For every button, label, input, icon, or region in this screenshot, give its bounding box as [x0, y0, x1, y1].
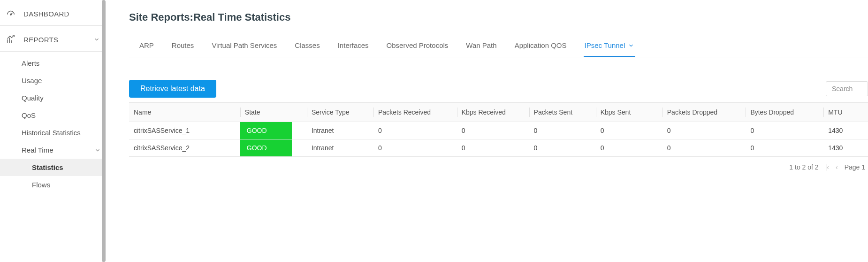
cell-name: citrixSASService_1	[129, 122, 240, 139]
col-state[interactable]: State	[240, 103, 307, 122]
tab-label: Wan Path	[466, 41, 496, 49]
cell-kbps-received: 0	[457, 122, 529, 139]
chevron-down-icon	[93, 36, 100, 43]
table-header-row: Name State Service Type Packets Received…	[129, 103, 868, 122]
pagination-range: 1 to 2 of 2	[789, 163, 818, 171]
cell-state: GOOD	[240, 122, 307, 139]
tab-ipsec-tunnel[interactable]: IPsec Tunnel	[584, 37, 636, 57]
sidebar-item-label: Quality	[22, 94, 44, 102]
sidebar-item-usage[interactable]: Usage	[0, 72, 106, 89]
sidebar-reports-sublist: Alerts Usage Quality QoS Historical Stat…	[0, 52, 106, 198]
cell-mtu: 1430	[823, 139, 868, 157]
tab-arp[interactable]: ARP	[138, 37, 155, 57]
sidebar-reports-label: REPORTS	[23, 36, 86, 44]
toolbar: Retrieve latest data Search	[129, 80, 868, 98]
sidebar-item-real-time[interactable]: Real Time	[0, 141, 106, 159]
cell-packets-dropped: 0	[662, 139, 746, 157]
sidebar-item-flows[interactable]: Flows	[0, 176, 106, 193]
tab-wan-path[interactable]: Wan Path	[465, 37, 497, 57]
tab-application-qos[interactable]: Application QOS	[514, 37, 568, 57]
tab-label: IPsec Tunnel	[585, 41, 625, 49]
sidebar-item-label: Flows	[32, 181, 50, 189]
cell-packets-sent: 0	[529, 122, 596, 139]
tab-label: Observed Protocols	[387, 41, 449, 49]
tab-label: Routes	[172, 41, 194, 49]
pagination: 1 to 2 of 2 |‹ ‹ Page 1	[129, 157, 868, 171]
col-packets-sent[interactable]: Packets Sent	[529, 103, 596, 122]
chart-up-icon	[6, 34, 16, 45]
tabs: ARP Routes Virtual Path Services Classes…	[129, 37, 868, 57]
tab-virtual-path-services[interactable]: Virtual Path Services	[211, 37, 278, 57]
gauge-icon	[6, 8, 16, 19]
tab-label: Application QOS	[515, 41, 567, 49]
statistics-table: Name State Service Type Packets Received…	[129, 102, 868, 171]
sidebar-item-label: QoS	[22, 111, 36, 119]
status-badge: GOOD	[240, 122, 292, 139]
col-name[interactable]: Name	[129, 103, 240, 122]
sidebar-dashboard-label: DASHBOARD	[23, 10, 100, 18]
cell-service-type: Intranet	[307, 139, 373, 157]
tab-label: Classes	[295, 41, 320, 49]
col-packets-received[interactable]: Packets Received	[373, 103, 457, 122]
tab-classes[interactable]: Classes	[294, 37, 320, 57]
sidebar-item-label: Usage	[22, 77, 42, 85]
search-input[interactable]: Search	[826, 81, 868, 96]
sidebar-item-label: Statistics	[32, 163, 63, 171]
pagination-page: Page 1	[845, 163, 865, 171]
tab-label: Interfaces	[338, 41, 369, 49]
col-service-type[interactable]: Service Type	[307, 103, 373, 122]
retrieve-latest-data-button[interactable]: Retrieve latest data	[129, 80, 216, 98]
scrollbar[interactable]	[102, 0, 106, 262]
tab-observed-protocols[interactable]: Observed Protocols	[386, 37, 449, 57]
cell-mtu: 1430	[823, 122, 868, 139]
cell-bytes-dropped: 0	[746, 139, 823, 157]
sidebar-item-reports[interactable]: REPORTS	[0, 26, 106, 52]
tab-interfaces[interactable]: Interfaces	[337, 37, 370, 57]
cell-bytes-dropped: 0	[746, 122, 823, 139]
sidebar-item-historical-statistics[interactable]: Historical Statistics	[0, 124, 106, 141]
chevron-down-icon	[628, 42, 634, 49]
col-packets-dropped[interactable]: Packets Dropped	[662, 103, 746, 122]
sidebar-item-label: Historical Statistics	[22, 129, 81, 137]
sidebar-item-dashboard[interactable]: DASHBOARD	[0, 0, 106, 26]
status-badge: GOOD	[240, 139, 292, 156]
cell-kbps-sent: 0	[596, 122, 662, 139]
page-title: Site Reports:Real Time Statistics	[129, 11, 868, 23]
page-first-icon[interactable]: |‹	[825, 163, 829, 171]
cell-service-type: Intranet	[307, 122, 373, 139]
sidebar-item-qos[interactable]: QoS	[0, 107, 106, 124]
cell-kbps-sent: 0	[596, 139, 662, 157]
tab-label: Virtual Path Services	[212, 41, 277, 49]
col-kbps-received[interactable]: Kbps Received	[457, 103, 529, 122]
cell-state: GOOD	[240, 139, 307, 157]
sidebar-item-statistics[interactable]: Statistics	[0, 159, 106, 176]
col-mtu[interactable]: MTU	[823, 103, 868, 122]
sidebar-item-label: Alerts	[22, 59, 39, 67]
sidebar-item-label: Real Time	[22, 146, 53, 154]
tab-routes[interactable]: Routes	[171, 37, 195, 57]
table-row[interactable]: citrixSASService_1 GOOD Intranet 0 0 0 0…	[129, 122, 868, 139]
page-prev-icon[interactable]: ‹	[836, 163, 838, 171]
cell-packets-received: 0	[373, 139, 457, 157]
cell-packets-dropped: 0	[662, 122, 746, 139]
col-bytes-dropped[interactable]: Bytes Dropped	[746, 103, 823, 122]
sidebar-item-quality[interactable]: Quality	[0, 89, 106, 107]
cell-packets-received: 0	[373, 122, 457, 139]
col-kbps-sent[interactable]: Kbps Sent	[596, 103, 662, 122]
cell-name: citrixSASService_2	[129, 139, 240, 157]
chevron-down-icon	[94, 147, 101, 154]
table-row[interactable]: citrixSASService_2 GOOD Intranet 0 0 0 0…	[129, 139, 868, 157]
tab-label: ARP	[139, 41, 154, 49]
cell-kbps-received: 0	[457, 139, 529, 157]
main-content: Site Reports:Real Time Statistics ARP Ro…	[106, 0, 868, 262]
sidebar: DASHBOARD REPORTS Alerts Usage Quality Q…	[0, 0, 106, 262]
cell-packets-sent: 0	[529, 139, 596, 157]
sidebar-item-alerts[interactable]: Alerts	[0, 54, 106, 72]
